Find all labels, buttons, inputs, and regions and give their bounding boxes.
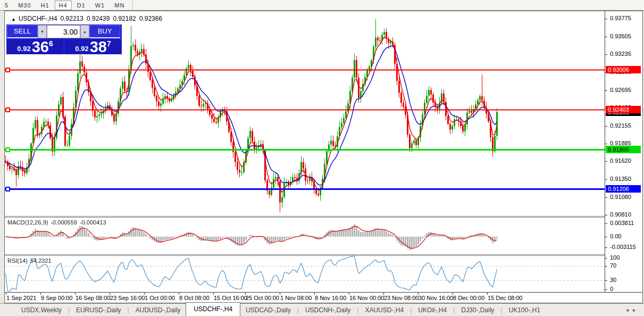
axis-tick-mark <box>605 266 607 267</box>
chart-header: ▲USDCHF-,H40.922130.924390.921820.92366 <box>11 15 165 22</box>
timeframe-button-5[interactable]: 5 <box>1 1 13 10</box>
axis-tick-mark <box>605 126 607 127</box>
buy-price-display[interactable]: 0.92 38 7 <box>65 39 121 54</box>
chart-tab-usdcad-daily[interactable]: USDCAD-,Daily <box>240 305 296 315</box>
time-tick-label: 1 Sep 2021 <box>6 295 36 301</box>
rsi-name: RSI(14) <box>7 257 28 264</box>
buy-price-sup: 7 <box>107 39 111 48</box>
time-tick-label: 1 Nov 08:00 <box>280 295 312 301</box>
hline-price-label: 0.91206 <box>606 185 641 193</box>
sell-price-main: 36 <box>32 40 49 54</box>
axis-tick-mark <box>605 280 607 281</box>
tab-scroll-right-icon[interactable]: ▸ <box>633 307 640 313</box>
sell-price-sup: 6 <box>49 39 53 48</box>
tab-scroll-left-icon[interactable]: ◂ <box>626 307 633 313</box>
axis-tick-mark <box>605 19 607 19</box>
ohlc-close: 0.92366 <box>139 15 162 22</box>
axis-tick-label: 0.93775 <box>610 15 631 21</box>
chart-tab-usdchf-h4[interactable]: USDCHF-,H4 <box>186 302 240 316</box>
axis-tick-mark <box>605 258 607 259</box>
axis-tick-label: 0 <box>610 286 613 292</box>
time-tick-label: 9 Sep 00:00 <box>41 295 72 301</box>
axis-tick-mark <box>605 223 607 224</box>
tab-separator: | <box>128 306 129 314</box>
axis-tick-mark <box>605 144 607 144</box>
tab-separator: | <box>297 306 299 314</box>
volume-input[interactable] <box>47 25 80 38</box>
axis-tick-mark <box>605 161 607 162</box>
time-tick-label: 25 Oct 00:00 <box>246 295 279 301</box>
timeframe-button-mn[interactable]: MN <box>110 1 129 10</box>
rsi-indicator-chart <box>5 256 605 292</box>
axis-tick-label: 100 <box>610 254 620 261</box>
expand-triangle-icon[interactable]: ▲ <box>11 16 16 22</box>
sell-price-display[interactable]: 0.92 36 6 <box>7 39 63 54</box>
axis-tick-mark <box>605 247 607 248</box>
volume-increase-button[interactable]: ▲ <box>80 25 89 38</box>
time-tick-label: 23 Sep 16:00 <box>110 295 145 301</box>
axis-tick-mark <box>605 197 607 198</box>
macd-value-signal: -0.000413 <box>80 219 106 226</box>
price-axis: 0.937750.935050.932350.929650.926950.924… <box>605 11 642 292</box>
chart-tab-uk100-h1[interactable]: UK100-,H1 <box>503 305 545 315</box>
axis-tick-mark <box>605 237 607 237</box>
axis-tick-mark <box>605 215 607 215</box>
axis-tick-label: 30 <box>610 277 616 283</box>
axis-tick-label: 0.93505 <box>610 33 631 39</box>
axis-tick-label: 0.92695 <box>610 87 631 93</box>
axis-tick-label: 0.91620 <box>610 157 631 164</box>
rsi-value: 54.2321 <box>30 257 52 264</box>
axis-tick-mark <box>605 179 607 180</box>
timeframe-button-h4[interactable]: H4 <box>55 1 72 10</box>
time-tick-label: 30 Nov 16:00 <box>419 295 453 301</box>
tab-scroll-arrows[interactable]: ◂▸ <box>626 307 640 313</box>
chart-tab-eurusd-daily[interactable]: EURUSD-,Daily <box>71 305 127 315</box>
tab-separator: | <box>500 306 502 314</box>
chart-symbol: USDCHF-,H4 <box>19 15 57 22</box>
chart-tab-usdcnh-daily[interactable]: USDCNH-,Daily <box>300 305 356 315</box>
axis-tick-label: 0.92155 <box>610 122 631 129</box>
tab-separator: | <box>410 306 412 314</box>
time-axis: 1 Sep 20219 Sep 00:0016 Sep 08:0023 Sep … <box>5 292 642 303</box>
ohlc-open: 0.92213 <box>61 15 83 22</box>
macd-name: MACD(12,26,9) <box>7 219 48 226</box>
chart-tab-usdx-weekly[interactable]: USDX,Weekly <box>16 305 67 315</box>
axis-tick-label: 0.00 <box>610 233 621 239</box>
buy-button[interactable]: BUY <box>89 25 120 38</box>
buy-price-main: 38 <box>90 40 107 54</box>
axis-tick-label: 70 <box>610 262 616 269</box>
chart-tab-dj30-daily[interactable]: DJ30-,Daily <box>456 305 499 315</box>
chart-tab-ukoil-h4[interactable]: UKOil-,H4 <box>413 305 452 315</box>
chart-tab-bar: ◂▸ USDX,Weekly|EURUSD-,Daily|AUDUSD-,Dai… <box>0 303 644 316</box>
sell-button[interactable]: SELL <box>7 25 38 38</box>
time-tick-label: 8 Nov 16:00 <box>315 295 346 301</box>
timeframe-button-m30[interactable]: M30 <box>14 1 35 10</box>
chart-tab-xauusd-h4[interactable]: XAUUSD-,H4 <box>359 305 409 315</box>
timeframe-button-h1[interactable]: H1 <box>37 1 54 10</box>
macd-value-main: -0.000559 <box>51 219 77 226</box>
axis-tick-label: 0.003811 <box>610 220 634 226</box>
hline-price-label: 0.91800 <box>606 146 641 153</box>
one-click-trading-panel: SELL ▼ ▲ BUY 0.92 36 6 0.92 38 7 <box>6 24 122 54</box>
time-tick-label: 15 Dec 08:00 <box>488 295 522 301</box>
hline-price-label: 0.92403 <box>606 106 641 113</box>
chart-tab-audusd-daily[interactable]: AUDUSD-,Daily <box>130 305 186 315</box>
axis-tick-mark <box>605 90 607 91</box>
tab-separator: | <box>68 306 70 314</box>
axis-tick-mark <box>605 289 607 290</box>
axis-tick-label: 0.91350 <box>610 176 631 182</box>
toolbar-separator <box>132 1 133 10</box>
sell-price-prefix: 0.92 <box>17 45 30 53</box>
chart-window: ▲USDCHF-,H40.922130.924390.921820.92366 … <box>4 11 643 303</box>
volume-decrease-button[interactable]: ▼ <box>38 25 47 38</box>
tab-separator: | <box>453 306 455 314</box>
timeframe-button-w1[interactable]: W1 <box>91 1 110 10</box>
time-tick-label: 16 Nov 00:00 <box>349 295 384 301</box>
ohlc-low: 0.92182 <box>113 15 136 22</box>
timeframe-button-d1[interactable]: D1 <box>73 1 90 10</box>
rsi-label: RSI(14)54.2321 <box>7 257 54 264</box>
time-tick-label: 16 Sep 08:00 <box>76 295 110 301</box>
time-tick-label: 23 Nov 08:00 <box>384 295 419 301</box>
axis-tick-label: 0.91080 <box>610 194 631 200</box>
buy-price-prefix: 0.92 <box>75 45 88 53</box>
